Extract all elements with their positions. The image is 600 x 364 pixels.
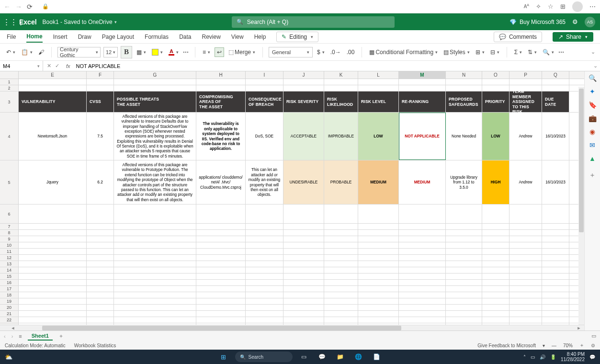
cell[interactable] (542, 261, 569, 267)
cell[interactable]: HIGH (482, 160, 509, 204)
cell[interactable] (399, 236, 446, 242)
ribbon-more-button[interactable]: ⋯ (558, 49, 565, 56)
cell[interactable] (283, 280, 324, 285)
col-header[interactable]: F (87, 71, 114, 79)
all-sheets-icon[interactable]: ≡ (19, 333, 22, 339)
fx-label[interactable]: fx (63, 61, 73, 71)
row-header[interactable]: 14 (0, 267, 19, 273)
cell[interactable] (446, 261, 482, 267)
cell[interactable] (114, 267, 196, 273)
chevron-up-icon[interactable]: ˄ (523, 354, 526, 360)
cell[interactable] (358, 224, 399, 229)
cell[interactable] (482, 305, 509, 310)
cell[interactable]: 16/10/2023 (542, 113, 569, 160)
cell[interactable] (19, 230, 87, 236)
row-header[interactable]: 17 (0, 286, 19, 292)
cell[interactable] (446, 273, 482, 279)
editing-mode-button[interactable]: ✎Editing▾ (276, 32, 318, 42)
font-more-button[interactable]: ⋯ (183, 49, 189, 56)
cell[interactable] (87, 255, 114, 261)
cell[interactable] (446, 85, 482, 91)
cell[interactable] (283, 249, 324, 254)
cell[interactable] (399, 261, 446, 267)
cell[interactable] (87, 311, 114, 317)
cell[interactable] (87, 79, 114, 85)
cell[interactable] (542, 280, 569, 285)
cell[interactable] (399, 311, 446, 317)
cell[interactable] (114, 224, 196, 229)
tab-review[interactable]: Review (202, 32, 220, 42)
decrease-decimal-button[interactable]: .00 (345, 48, 356, 57)
cell[interactable] (246, 249, 283, 254)
cell[interactable] (358, 305, 399, 310)
cell[interactable] (246, 255, 283, 261)
col-header-selected[interactable]: M (399, 71, 446, 79)
cell[interactable] (358, 273, 399, 279)
row-header[interactable]: 2 (0, 85, 19, 91)
cell[interactable] (196, 79, 246, 85)
cell[interactable]: DoS, SOE (246, 113, 283, 160)
cell[interactable] (446, 317, 482, 323)
cell[interactable] (114, 280, 196, 285)
cell[interactable] (482, 267, 509, 273)
sheet-prev-icon[interactable]: ‹ (4, 333, 6, 339)
cell[interactable]: Newtonsoft.Json (19, 113, 87, 160)
outlook-icon[interactable]: ✉ (589, 141, 595, 149)
cell[interactable] (196, 286, 246, 292)
cell[interactable] (358, 249, 399, 254)
cell[interactable] (446, 255, 482, 261)
refresh-icon[interactable]: ⟳ (27, 3, 33, 11)
briefcase-icon[interactable]: 💼 (589, 114, 597, 122)
cell[interactable] (283, 298, 324, 304)
cell[interactable] (324, 286, 358, 292)
table-row[interactable]: 14 (0, 267, 584, 273)
cell[interactable] (324, 267, 358, 273)
sheet-tab[interactable]: Sheet1 (28, 332, 53, 341)
cell[interactable] (19, 236, 87, 242)
header-cell[interactable]: COMPROMISING AREAS OFTHE ASSET (196, 91, 246, 112)
cell[interactable]: Upgrade library from 1.12 to 3.5.0 (446, 160, 482, 204)
col-header[interactable]: P (509, 71, 542, 79)
cell[interactable] (509, 317, 542, 323)
cell[interactable]: This can let an attacker add or modify a… (246, 160, 283, 204)
cell[interactable] (87, 267, 114, 273)
header-cell[interactable]: CONSEQUENCE OF BREACH (246, 91, 283, 112)
cell[interactable] (482, 224, 509, 229)
cell[interactable] (114, 205, 196, 223)
cell[interactable]: None Needed (446, 113, 482, 160)
add-app-icon[interactable]: ＋ (589, 171, 596, 180)
table-row[interactable]: 7 (0, 224, 584, 230)
present-icon[interactable]: ▭ (591, 333, 596, 339)
cell[interactable] (399, 273, 446, 279)
spreadsheet-grid[interactable]: E F G H I J K L M N O P Q 123VULNERABILI… (0, 71, 584, 330)
cell[interactable] (246, 280, 283, 285)
cell[interactable] (509, 242, 542, 248)
row-header[interactable]: 9 (0, 236, 19, 242)
merge-button[interactable]: ⬚ Merge▾ (227, 48, 257, 57)
cell[interactable] (324, 230, 358, 236)
cell[interactable] (196, 261, 246, 267)
accept-formula-icon[interactable]: ✓ (55, 63, 59, 69)
tab-file[interactable]: File (7, 32, 16, 42)
horizontal-scrollbar[interactable]: ◄ ► (0, 325, 584, 330)
cell[interactable] (283, 267, 324, 273)
align-button[interactable]: ≡▾ (201, 48, 212, 57)
cell[interactable] (196, 224, 246, 229)
cell[interactable] (19, 305, 87, 310)
cell[interactable] (283, 236, 324, 242)
cell[interactable] (482, 249, 509, 254)
favorites-star-icon[interactable]: ✧ (536, 3, 541, 10)
cell[interactable] (399, 249, 446, 254)
cell[interactable] (509, 236, 542, 242)
cell[interactable] (509, 286, 542, 292)
row-header[interactable]: 8 (0, 230, 19, 236)
cell[interactable] (482, 280, 509, 285)
cell[interactable] (87, 292, 114, 298)
edge-icon[interactable]: 🌐 (352, 352, 365, 362)
cell[interactable] (542, 286, 569, 292)
cell[interactable]: PROBABLE (324, 160, 358, 204)
cell[interactable] (482, 317, 509, 323)
zoom-in-icon[interactable]: ＋ (579, 342, 584, 349)
delete-cells-button[interactable]: ⊟▾ (489, 48, 501, 57)
settings-icon[interactable]: ⚙ (572, 18, 578, 25)
